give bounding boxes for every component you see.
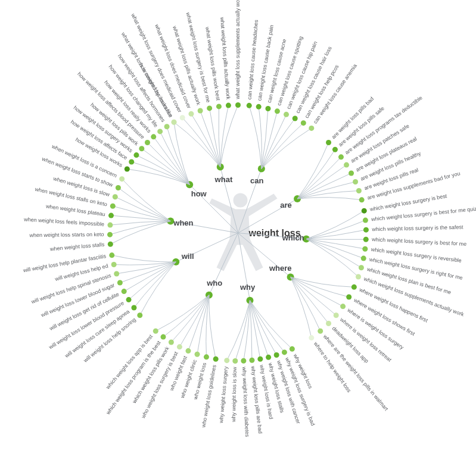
leaf-node[interactable] bbox=[185, 348, 191, 354]
leaf-node[interactable] bbox=[153, 329, 158, 334]
leaf-node[interactable] bbox=[363, 227, 369, 233]
leaf-node[interactable] bbox=[326, 321, 331, 326]
leaf-branch bbox=[297, 165, 346, 199]
leaf-node[interactable] bbox=[290, 346, 295, 352]
leaf-node[interactable] bbox=[226, 103, 231, 108]
leaf-node[interactable] bbox=[362, 246, 368, 252]
leaf-node[interactable] bbox=[359, 197, 365, 202]
leaf-node[interactable] bbox=[362, 208, 367, 214]
leaf-node[interactable] bbox=[139, 146, 144, 151]
leaf-node[interactable] bbox=[113, 194, 118, 199]
leaf-node[interactable] bbox=[157, 129, 163, 134]
leaf-node[interactable] bbox=[207, 105, 212, 111]
leaf-node[interactable] bbox=[114, 271, 119, 276]
leaf-branch bbox=[110, 221, 170, 226]
leaf-node[interactable] bbox=[204, 354, 209, 359]
leaf-node[interactable] bbox=[177, 344, 182, 349]
leaf-label: when weight loss stalls bbox=[49, 241, 105, 252]
leaf-node[interactable] bbox=[232, 358, 238, 364]
leaf-node[interactable] bbox=[160, 334, 166, 340]
leaf-node[interactable] bbox=[351, 284, 357, 290]
leaf-node[interactable] bbox=[108, 213, 114, 218]
leaf-branch bbox=[124, 262, 176, 291]
leaf-node[interactable] bbox=[344, 162, 349, 168]
leaf-node[interactable] bbox=[356, 188, 362, 193]
leaf-node[interactable] bbox=[349, 171, 354, 176]
leaf-node[interactable] bbox=[198, 108, 203, 114]
leaf-branch bbox=[262, 128, 312, 168]
leaf-node[interactable] bbox=[110, 204, 116, 209]
leaf-branch bbox=[140, 262, 176, 315]
leaf-node[interactable] bbox=[359, 265, 364, 270]
leaf-node[interactable] bbox=[109, 252, 114, 258]
leaf-node[interactable] bbox=[363, 218, 368, 223]
leaf-node[interactable] bbox=[119, 176, 125, 182]
leaf-node[interactable] bbox=[235, 102, 241, 108]
leaf-node[interactable] bbox=[122, 289, 127, 294]
leaf-node[interactable] bbox=[107, 223, 113, 228]
leaf-node[interactable] bbox=[334, 312, 339, 318]
leaf-node[interactable] bbox=[131, 305, 136, 311]
leaf-node[interactable] bbox=[309, 126, 314, 131]
leaf-node[interactable] bbox=[126, 297, 132, 302]
leaf-label: what weight loss surgery is best for me bbox=[185, 11, 211, 103]
leaf-node[interactable] bbox=[137, 312, 142, 318]
leaf-node[interactable] bbox=[172, 120, 177, 125]
leaf-node[interactable] bbox=[338, 154, 344, 159]
leaf-node[interactable] bbox=[256, 104, 262, 110]
leaf-node[interactable] bbox=[340, 304, 346, 309]
leaf-node[interactable] bbox=[213, 356, 219, 362]
leaf-node[interactable] bbox=[326, 140, 331, 145]
leaf-node[interactable] bbox=[353, 179, 358, 184]
leaf-node[interactable] bbox=[133, 152, 139, 158]
leaf-node[interactable] bbox=[363, 237, 369, 242]
leaf-node[interactable] bbox=[284, 112, 289, 117]
leaf-node[interactable] bbox=[266, 355, 271, 360]
leaf-node[interactable] bbox=[180, 115, 185, 120]
leaf-node[interactable] bbox=[282, 349, 287, 355]
leaf-node[interactable] bbox=[125, 167, 130, 172]
leaf-node[interactable] bbox=[169, 339, 174, 345]
leaf-node[interactable] bbox=[265, 106, 270, 111]
leaf-label: why weight loss surgery bbox=[218, 366, 229, 424]
leaf-label: which weight loss surgery is best for me bbox=[371, 236, 466, 247]
leaf-node[interactable] bbox=[188, 111, 194, 117]
leaf-node[interactable] bbox=[293, 115, 298, 121]
leaf-node[interactable] bbox=[107, 232, 113, 237]
leaf-node[interactable] bbox=[361, 256, 366, 261]
leaf-node[interactable] bbox=[356, 274, 361, 280]
leaf-node[interactable] bbox=[301, 120, 306, 126]
leaf-node[interactable] bbox=[332, 147, 338, 152]
leaf-node[interactable] bbox=[257, 356, 263, 362]
leaf-node[interactable] bbox=[275, 108, 280, 114]
leaf-node[interactable] bbox=[318, 329, 323, 334]
leaf-node[interactable] bbox=[108, 242, 113, 247]
category-label-why: why bbox=[239, 283, 256, 292]
leaf-node[interactable] bbox=[247, 103, 252, 108]
leaf-label: what weight loss pills actually work bbox=[219, 17, 231, 100]
leaf-branch bbox=[163, 295, 209, 337]
leaf-branch bbox=[110, 221, 171, 235]
leaf-branch bbox=[291, 277, 343, 306]
leaf-branch bbox=[306, 239, 366, 240]
leaf-node[interactable] bbox=[274, 352, 279, 358]
category-label-can: can bbox=[250, 176, 263, 185]
leaf-node[interactable] bbox=[111, 262, 117, 267]
leaf-label: when weight loss starts on keto bbox=[29, 232, 104, 239]
leaf-node[interactable] bbox=[249, 358, 254, 363]
leaf-node[interactable] bbox=[129, 159, 134, 165]
leaf-node[interactable] bbox=[164, 124, 170, 129]
leaf-label: can weight loss cause headaches bbox=[247, 19, 260, 99]
leaf-node[interactable] bbox=[216, 104, 222, 109]
leaf-node[interactable] bbox=[224, 358, 229, 363]
leaf-node[interactable] bbox=[117, 280, 123, 286]
leaf-node[interactable] bbox=[151, 134, 156, 139]
leaf-node[interactable] bbox=[116, 185, 121, 190]
leaf-node[interactable] bbox=[346, 295, 351, 300]
leaf-node[interactable] bbox=[309, 335, 314, 340]
leaf-node[interactable] bbox=[241, 358, 246, 364]
leaf-branch bbox=[262, 111, 278, 169]
leaf-node[interactable] bbox=[195, 352, 200, 357]
leaf-branch bbox=[259, 107, 262, 168]
leaf-node[interactable] bbox=[145, 140, 150, 145]
